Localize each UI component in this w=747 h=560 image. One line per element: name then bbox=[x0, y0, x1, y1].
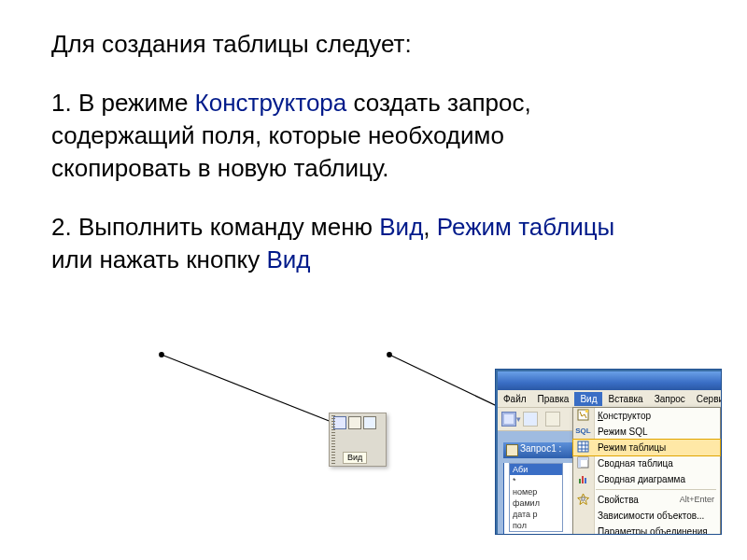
view-button-icon[interactable] bbox=[333, 416, 346, 429]
field-list: Аби * номер фамил дата р пол bbox=[509, 463, 563, 532]
toolbar-print-icon[interactable] bbox=[545, 412, 560, 427]
menu-item-join-params[interactable]: Параметры объединения bbox=[573, 524, 720, 534]
menu-item-properties-shortcut: Alt+Enter bbox=[680, 494, 714, 506]
menu-item-dependencies-label: Зависимости объектов... bbox=[598, 510, 704, 522]
step-2-hl-datasheet: Режим таблицы bbox=[437, 213, 614, 241]
field-date[interactable]: дата р bbox=[510, 509, 562, 520]
svg-line-1 bbox=[162, 355, 336, 424]
menu-file[interactable]: Файл bbox=[498, 392, 532, 406]
menubar: Файл Правка Вид Вставка Запрос Сервис Ок bbox=[498, 390, 721, 408]
field-gender[interactable]: пол bbox=[510, 520, 562, 531]
menu-view[interactable]: Вид bbox=[574, 392, 602, 406]
field-lastname[interactable]: фамил bbox=[510, 497, 562, 509]
menu-item-properties-label: Свойства bbox=[598, 494, 639, 506]
menu-item-pivot-chart[interactable]: Сводная диаграмма bbox=[573, 471, 720, 487]
menu-item-sql[interactable]: SQL Режим SQL bbox=[573, 424, 720, 440]
step-2-prefix: 2. Выполнить команду меню bbox=[51, 213, 379, 241]
toolbar-grip bbox=[331, 415, 335, 464]
toolbar-view-icon[interactable] bbox=[501, 412, 516, 427]
svg-rect-13 bbox=[579, 479, 581, 483]
view-button-callout: Вид bbox=[329, 413, 387, 467]
toolbar-button-2[interactable] bbox=[348, 416, 361, 429]
toolbar-save-icon[interactable] bbox=[523, 412, 538, 427]
step-2-comma: , bbox=[423, 213, 436, 241]
step-2: 2. Выполнить команду меню Вид, Режим таб… bbox=[51, 211, 649, 276]
svg-rect-16 bbox=[582, 497, 585, 500]
access-window: Файл Правка Вид Вставка Запрос Сервис Ок… bbox=[496, 370, 721, 534]
datasheet-icon bbox=[576, 441, 590, 453]
step-1-highlight: Конструктора bbox=[195, 89, 347, 117]
designer-icon bbox=[576, 409, 590, 421]
menu-item-designer[interactable]: Конструктор bbox=[573, 408, 720, 424]
step-2-hl-view: Вид bbox=[379, 213, 423, 241]
menu-item-sql-label: Режим SQL bbox=[598, 426, 648, 438]
field-number[interactable]: номер bbox=[510, 486, 562, 497]
sql-icon: SQL bbox=[576, 425, 590, 437]
menu-separator-1 bbox=[596, 489, 716, 490]
menu-service[interactable]: Сервис bbox=[691, 392, 721, 406]
menu-item-datasheet-label: Режим таблицы bbox=[598, 441, 666, 454]
menu-item-join-params-label: Параметры объединения bbox=[598, 525, 708, 534]
svg-rect-15 bbox=[585, 478, 586, 483]
menu-item-properties[interactable]: Свойства Alt+Enter bbox=[573, 492, 720, 508]
pivot-table-icon bbox=[576, 456, 590, 469]
menu-item-datasheet[interactable]: Режим таблицы bbox=[572, 439, 721, 456]
svg-rect-14 bbox=[582, 476, 584, 483]
menu-edit[interactable]: Правка bbox=[532, 392, 575, 406]
menu-query[interactable]: Запрос bbox=[649, 392, 691, 406]
step-1-prefix: 1. В режиме bbox=[51, 89, 195, 117]
heading: Для создания таблицы следует: bbox=[51, 28, 649, 61]
field-star[interactable]: * bbox=[510, 475, 562, 486]
menu-insert[interactable]: Вставка bbox=[602, 392, 648, 406]
titlebar bbox=[498, 371, 721, 390]
svg-rect-12 bbox=[578, 457, 581, 468]
menu-item-pivot-table-label: Сводная таблица bbox=[598, 457, 673, 469]
menu-item-dependencies[interactable]: Зависимости объектов... bbox=[573, 508, 720, 524]
step-1: 1. В режиме Конструктора создать запрос,… bbox=[51, 87, 649, 185]
pivot-chart-icon bbox=[576, 472, 590, 484]
save-button-icon[interactable] bbox=[363, 416, 376, 429]
svg-rect-5 bbox=[578, 441, 588, 452]
menu-item-pivot-chart-label: Сводная диаграмма bbox=[598, 473, 685, 485]
step-2-mid: или нажать кнопку bbox=[51, 245, 266, 273]
main-text: Для создания таблицы следует: 1. В режим… bbox=[51, 28, 649, 303]
view-dropdown-menu: Конструктор SQL Режим SQL Режим таблицы … bbox=[572, 407, 721, 534]
field-list-header: Аби bbox=[510, 464, 562, 475]
svg-rect-4 bbox=[585, 410, 588, 413]
slide: Для создания таблицы следует: 1. В режим… bbox=[0, 0, 747, 560]
step-2-hl-button: Вид bbox=[266, 245, 310, 273]
menu-item-pivot-table[interactable]: Сводная таблица bbox=[573, 455, 720, 471]
view-tooltip: Вид bbox=[343, 452, 367, 464]
properties-icon bbox=[576, 493, 590, 505]
